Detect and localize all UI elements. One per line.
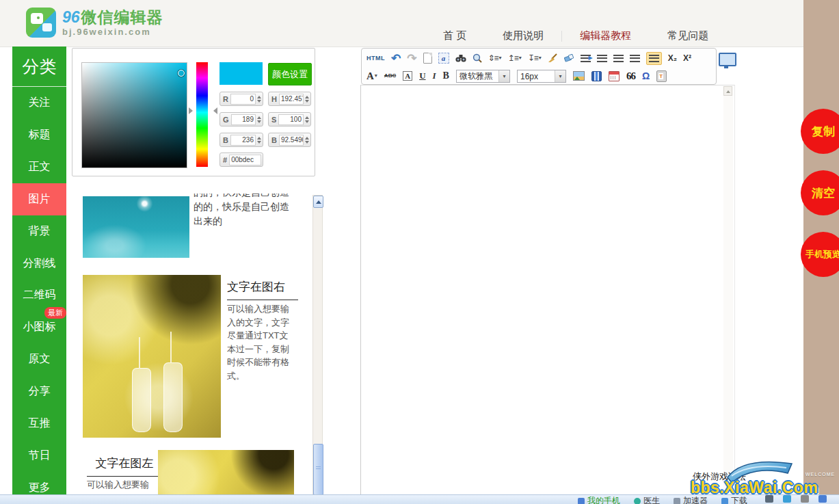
app-tray-icon[interactable]: [818, 495, 827, 503]
editor-scrollbar[interactable]: [723, 86, 733, 494]
nav-faq[interactable]: 常见问题: [667, 29, 708, 42]
sidebar-title: 分类: [12, 47, 66, 87]
template3-body[interactable]: 可以输入想要输: [87, 479, 169, 491]
brightness-field[interactable]: B92.5490: [268, 133, 311, 147]
download-icon: [721, 498, 728, 504]
spinner-icon[interactable]: [257, 114, 261, 125]
anchor-icon[interactable]: a: [438, 53, 449, 64]
page: 复制 清空 手机预览 WELCOME 96微信编辑器 bj.96weixin.c…: [0, 0, 839, 504]
taskbar-download[interactable]: 下载: [721, 495, 747, 504]
dropdown-arrow-icon[interactable]: ▾: [498, 70, 509, 82]
bottom-taskbar: 我的手机 医生 加速器 下载: [0, 494, 839, 504]
scroll-up-button[interactable]: [313, 196, 323, 208]
sidebar-item-divider[interactable]: 分割线: [12, 248, 66, 280]
template-bottles-image[interactable]: [83, 275, 221, 438]
taskbar-accelerator[interactable]: 加速器: [674, 495, 708, 504]
preview-magnifier-icon[interactable]: [472, 53, 482, 63]
bold-button[interactable]: B: [443, 70, 449, 81]
paste-as-text-icon[interactable]: T: [656, 70, 667, 82]
font-family-select[interactable]: 微软雅黑▾: [456, 70, 510, 83]
sidebar-item-qrcode[interactable]: 二维码: [12, 280, 66, 312]
binoculars-tray-icon[interactable]: [765, 495, 773, 503]
template1-text[interactable]: 的的，快乐是自己创造 的的，快乐是自己创造 出来的: [194, 194, 299, 228]
hue-slider[interactable]: [196, 62, 208, 167]
red-field[interactable]: R0: [219, 92, 263, 106]
find-binoculars-icon[interactable]: [455, 54, 466, 62]
space-before-dropdown[interactable]: ↥≡▾: [508, 54, 522, 62]
color-set-button[interactable]: 颜色设置: [268, 63, 312, 85]
sidebar-item-share[interactable]: 分享: [12, 375, 66, 408]
blue-field[interactable]: B236: [219, 133, 263, 147]
editor-content-area[interactable]: [360, 85, 735, 494]
align-left-icon[interactable]: [630, 55, 640, 62]
template-scrollbar[interactable]: [312, 195, 323, 494]
sidebar-item-smallicon[interactable]: 小图标 最新: [12, 311, 66, 343]
sidebar-item-image[interactable]: 图片: [12, 183, 66, 215]
scrollbar-thumb[interactable]: [313, 444, 323, 495]
taskbar-doctor[interactable]: 医生: [634, 495, 660, 504]
dropdown-arrow-icon[interactable]: ▾: [555, 70, 565, 82]
line-height-dropdown[interactable]: ⇕≡▾: [488, 54, 502, 62]
insert-date-icon[interactable]: [609, 71, 620, 81]
spinner-icon[interactable]: [305, 135, 309, 146]
color-picker-panel: 颜色设置 R0 H192.457 G189 S100 B236 B92.5490…: [72, 48, 315, 176]
sidebar-item-body[interactable]: 正文: [12, 151, 66, 183]
font-size-select[interactable]: 16px▾: [517, 70, 566, 83]
template2-body[interactable]: 可以输入想要输入的文字，文字尽量通过TXT文本过一下，复制时候不能带有格式。: [227, 302, 293, 382]
align-center-icon[interactable]: [597, 55, 607, 62]
insert-video-icon[interactable]: [591, 71, 602, 81]
justify-icon-active[interactable]: [646, 52, 662, 65]
blockquote-button[interactable]: 66: [626, 70, 635, 82]
strikethrough-button[interactable]: ABC: [384, 73, 396, 79]
template3-title[interactable]: 文字在图左: [87, 455, 162, 477]
align-right-icon[interactable]: [613, 55, 624, 62]
sidebar-item-festival[interactable]: 节日: [12, 440, 66, 472]
format-brush-icon[interactable]: [548, 53, 558, 63]
sidebar-item-original[interactable]: 原文: [12, 343, 66, 375]
green-field[interactable]: G189: [219, 112, 263, 127]
window-tray-icon[interactable]: [801, 495, 809, 503]
editor-scroll-up-button[interactable]: [723, 86, 732, 96]
template-sea-image[interactable]: [83, 196, 189, 258]
sidebar-item-mutualpush[interactable]: 互推: [12, 408, 66, 440]
template-leaves-image[interactable]: [158, 450, 294, 494]
undo-icon[interactable]: ↶: [391, 53, 401, 64]
welcome-label: WELCOME: [805, 472, 835, 477]
subscript-button[interactable]: X₂: [668, 54, 677, 62]
nav-home[interactable]: 首 页: [443, 29, 466, 42]
spinner-icon[interactable]: [257, 135, 261, 146]
space-after-dropdown[interactable]: ↧≡▾: [528, 54, 542, 62]
taskbar-my-phone[interactable]: 我的手机: [578, 495, 620, 504]
spinner-icon[interactable]: [305, 114, 309, 125]
eraser-icon[interactable]: [564, 54, 574, 62]
nav-usage[interactable]: 使用说明: [503, 29, 544, 42]
special-char-button[interactable]: Ω: [642, 71, 650, 81]
sidebar-item-heading[interactable]: 标题: [12, 119, 66, 151]
spinner-icon[interactable]: [257, 94, 261, 105]
hue-field[interactable]: H192.457: [268, 92, 311, 106]
nav-tutorial[interactable]: 编辑器教程: [580, 29, 631, 42]
font-color-dropdown[interactable]: A▾: [367, 70, 377, 82]
hex-field[interactable]: #00bdec: [219, 152, 263, 167]
saturation-field[interactable]: S100: [268, 112, 311, 127]
template2-title[interactable]: 文字在图右: [227, 279, 298, 300]
html-source-button[interactable]: HTML: [367, 55, 385, 62]
superscript-button[interactable]: X²: [683, 54, 691, 62]
browser-tray-icon[interactable]: [783, 495, 791, 503]
spinner-icon[interactable]: [305, 94, 309, 105]
logo[interactable]: 96微信编辑器 bj.96weixin.com: [26, 8, 163, 38]
sidebar-item-background[interactable]: 背景: [12, 215, 66, 248]
fullscreen-monitor-icon[interactable]: [719, 53, 736, 66]
insert-image-icon[interactable]: [573, 71, 585, 81]
doctor-icon: [634, 498, 641, 504]
logo-icon: [26, 8, 56, 38]
background-color-button[interactable]: A: [403, 71, 412, 81]
new-document-icon[interactable]: [423, 53, 432, 64]
underline-button[interactable]: U: [419, 70, 425, 81]
color-cursor-icon[interactable]: [178, 70, 185, 77]
italic-button[interactable]: I: [433, 70, 436, 81]
sidebar-item-follow[interactable]: 关注: [12, 87, 66, 119]
saturation-value-area[interactable]: [81, 62, 187, 168]
indent-icon[interactable]: ▶: [581, 55, 591, 62]
redo-icon[interactable]: ↷: [407, 53, 416, 64]
